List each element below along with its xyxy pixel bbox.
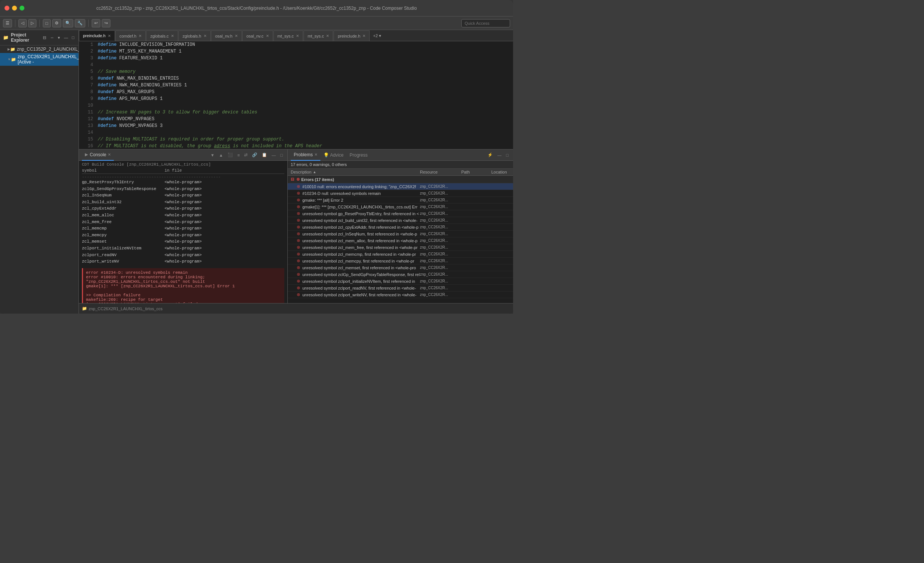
prob-error-icon-8: ⊗: [297, 231, 300, 236]
prob-item-17[interactable]: ⊗ unresolved symbol zclport_writeNV, fir…: [288, 291, 513, 298]
tab-close-4[interactable]: ✕: [204, 34, 207, 38]
prob-item-10[interactable]: ⊗ unresolved symbol zcl_mem_free, first …: [288, 244, 513, 251]
prob-item-4[interactable]: ⊗ gmake[1]: *** [znp_CC26X2R1_LAUNCHXL_t…: [288, 204, 513, 210]
minimize-button[interactable]: [12, 6, 17, 11]
code-content-3: #define FEATURE_NVEXID 1: [98, 55, 510, 62]
prob-item-1[interactable]: ⊗ #10010 null: errors encountered during…: [288, 183, 513, 190]
prob-item-15[interactable]: ⊗ unresolved symbol zclport_initializeNV…: [288, 278, 513, 285]
tab-bar: preinclude.h ✕ comdef.h ✕ zglobals.c ✕ z…: [79, 30, 513, 41]
line-number-11: 11: [82, 109, 93, 116]
prob-item-6[interactable]: ⊗ unresolved symbol zcl_build_uint32, fi…: [288, 217, 513, 224]
console-minimize-button[interactable]: —: [270, 152, 277, 158]
undo-button[interactable]: ↩: [92, 19, 100, 27]
sidebar-item-project1[interactable]: ▶ 📁 znp_CC1352P_2_LAUNCHXL_tirtos_ccs: [0, 45, 79, 53]
sidebar-item-project2[interactable]: ▼ 📁 znp_CC26X2R1_LAUNCHXL_tirtos_ccs [Ac…: [0, 53, 79, 66]
console-action-2[interactable]: ▲: [217, 152, 225, 158]
console-tab[interactable]: ▶ Console ✕: [82, 149, 114, 161]
tab-close-3[interactable]: ✕: [171, 34, 174, 38]
toolbar-separator-3: [88, 20, 89, 27]
prob-error-icon-6: ⊗: [297, 218, 300, 223]
problems-group-header[interactable]: ⊟ ⊗ Errors (17 items): [288, 176, 513, 183]
code-line-10: 10: [79, 102, 513, 109]
tab-close-6[interactable]: ✕: [266, 34, 269, 38]
tab-zglobals-c[interactable]: zglobals.c ✕: [146, 30, 178, 41]
prob-desc-2: #10234-D null: unresolved symbols remain: [302, 191, 420, 196]
back-button[interactable]: ◁: [18, 19, 27, 27]
console-file-2: <whole-program>: [165, 186, 284, 193]
prob-item-16[interactable]: ⊗ unresolved symbol zclport_readNV, firs…: [288, 285, 513, 291]
console-row-9: zcl_memcpy <whole-program>: [82, 232, 284, 239]
prob-desc-8: unresolved symbol zcl_InSeqNum, first re…: [302, 232, 420, 236]
prob-item-8[interactable]: ⊗ unresolved symbol zcl_InSeqNum, first …: [288, 231, 513, 237]
tab-preinclude-h-1[interactable]: preinclude.h ✕: [79, 30, 115, 41]
console-action-3[interactable]: ⬛: [226, 152, 234, 158]
tab-close-2[interactable]: ✕: [139, 34, 142, 38]
tab-osal-nv-h[interactable]: osal_nv.h ✕: [211, 30, 242, 41]
problems-tab-close-icon[interactable]: ✕: [314, 152, 317, 157]
tab-zglobals-h[interactable]: zglobals.h ✕: [178, 30, 211, 41]
prob-item-2[interactable]: ⊗ #10234-D null: unresolved symbols rema…: [288, 190, 513, 197]
link-editor-button[interactable]: ↔: [49, 35, 55, 41]
prob-item-7[interactable]: ⊗ unresolved symbol zcl_cpyExtAddr, firs…: [288, 224, 513, 231]
problems-col-resource[interactable]: Resource: [420, 170, 461, 174]
code-editor[interactable]: 1 #define INCLUDE_REVISION_INFORMATION 2…: [79, 41, 513, 149]
maximize-sidebar-button[interactable]: □: [71, 35, 75, 41]
problems-tab[interactable]: Problems ✕: [291, 149, 320, 161]
maximize-button[interactable]: [20, 6, 24, 11]
console-content[interactable]: CDT Build Console [znp_CC26X2R1_LAUNCHXL…: [79, 161, 287, 303]
problems-content[interactable]: ⊟ ⊗ Errors (17 items) ⊗ #10010 null: err…: [288, 176, 513, 303]
new-button[interactable]: □: [43, 19, 51, 27]
tab-osal-nv-c[interactable]: osal_nv.c ✕: [242, 30, 273, 41]
console-file-9: <whole-program>: [165, 232, 284, 239]
tab-close-9[interactable]: ✕: [362, 34, 365, 38]
tab-overflow[interactable]: +2 ▾: [370, 30, 384, 41]
debug-button[interactable]: 🔧: [75, 19, 85, 27]
problems-col-location[interactable]: Location: [491, 170, 510, 174]
console-action-1[interactable]: ▼: [209, 152, 216, 158]
problems-col-description[interactable]: Description ▲: [291, 170, 420, 174]
console-file-12: <whole-program>: [165, 252, 284, 259]
console-symbol-5: zcl_cpyExtAddr: [82, 205, 165, 212]
tab-preinclude-h-2[interactable]: preinclude.h ✕: [334, 30, 370, 41]
console-action-6[interactable]: 🔗: [251, 152, 259, 158]
console-action-5[interactable]: ⇄: [243, 152, 249, 158]
console-maximize-button[interactable]: □: [279, 152, 284, 158]
tab-mt-sys-c-2[interactable]: mt_sys.c ✕: [303, 30, 333, 41]
progress-tab[interactable]: Progress: [347, 149, 371, 161]
tab-mt-sys-c[interactable]: mt_sys.c ✕: [273, 30, 303, 41]
collapse-all-button[interactable]: ⊟: [42, 35, 47, 41]
menu-button[interactable]: ☰: [3, 19, 12, 27]
tab-close-7[interactable]: ✕: [296, 34, 299, 38]
problems-col-path[interactable]: Path: [461, 170, 491, 174]
minimize-sidebar-button[interactable]: —: [63, 35, 69, 41]
close-button[interactable]: [5, 6, 9, 11]
tab-close-8[interactable]: ✕: [326, 34, 329, 38]
console-action-4[interactable]: ≡: [236, 152, 241, 158]
prob-item-12[interactable]: ⊗ unresolved symbol zcl_memcpy, first re…: [288, 258, 513, 264]
prob-item-13[interactable]: ⊗ unresolved symbol zcl_memset, first re…: [288, 264, 513, 271]
advice-tab[interactable]: 💡 Advice: [320, 149, 347, 161]
redo-button[interactable]: ↪: [102, 19, 110, 27]
console-tab-close-icon[interactable]: ✕: [108, 152, 111, 157]
line-number-8: 8: [82, 89, 93, 95]
tab-close-1[interactable]: ✕: [108, 34, 111, 38]
sidebar-menu-button[interactable]: ▾: [57, 35, 61, 41]
problems-minimize-button[interactable]: —: [496, 152, 503, 158]
tab-close-5[interactable]: ✕: [235, 34, 238, 38]
forward-button[interactable]: ▷: [28, 19, 36, 27]
problems-maximize-button[interactable]: □: [504, 152, 510, 158]
code-line-11: 11 // Increase NV pages to 3 to allow fo…: [79, 109, 513, 116]
console-action-7[interactable]: 📋: [260, 152, 269, 158]
prob-item-11[interactable]: ⊗ unresolved symbol zcl_memcmp, first re…: [288, 251, 513, 258]
prob-item-5[interactable]: ⊗ unresolved symbol gp_ResetProxyTblEntr…: [288, 210, 513, 217]
tab-comdef-h[interactable]: comdef.h ✕: [115, 30, 146, 41]
search-button[interactable]: 🔍: [63, 19, 73, 27]
prob-error-icon-4: ⊗: [297, 204, 300, 209]
prob-item-9[interactable]: ⊗ unresolved symbol zcl_mem_alloc, first…: [288, 237, 513, 244]
build-button[interactable]: ⚙: [52, 19, 61, 27]
code-line-14: 14: [79, 129, 513, 136]
prob-item-14[interactable]: ⊗ unresolved symbol zclGp_SendGpProxyTab…: [288, 271, 513, 278]
quick-access-input[interactable]: [461, 19, 510, 27]
problems-action-1[interactable]: ⚡: [486, 152, 494, 158]
prob-item-3[interactable]: ⊗ gmake: *** [all] Error 2 znp_CC26X2R..…: [288, 197, 513, 204]
